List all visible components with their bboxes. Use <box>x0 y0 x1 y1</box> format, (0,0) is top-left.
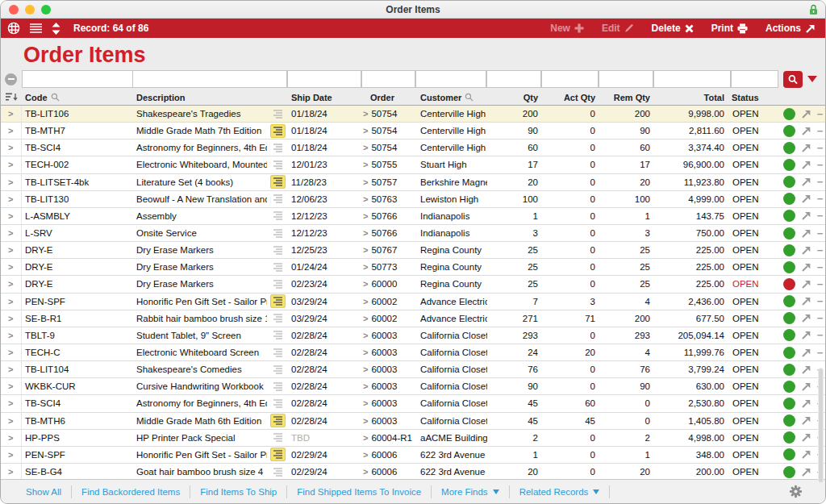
filter-input-qty[interactable] <box>486 70 541 88</box>
row-expand-chevron-icon[interactable]: > <box>8 160 13 169</box>
row-expand-chevron-icon[interactable]: > <box>8 314 13 323</box>
row-expand-chevron-icon[interactable]: > <box>8 126 13 135</box>
filter-input-description[interactable] <box>132 70 287 88</box>
remove-row-icon[interactable]: − <box>817 176 824 188</box>
goto-related-icon[interactable] <box>799 177 813 187</box>
order-link-chevron-icon[interactable]: > <box>363 194 368 204</box>
filter-input-order[interactable] <box>361 70 415 88</box>
order-link-chevron-icon[interactable]: > <box>363 364 368 374</box>
order-link-chevron-icon[interactable]: > <box>363 433 368 443</box>
notes-icon[interactable] <box>270 158 286 172</box>
goto-related-icon[interactable] <box>799 296 813 306</box>
notes-icon[interactable] <box>270 431 286 444</box>
column-header-description[interactable]: Description <box>133 93 267 102</box>
row-expand-chevron-icon[interactable]: > <box>8 348 13 357</box>
table-row[interactable]: > TB-LIT104 Shakespeare's Comedies 02/28… <box>1 361 825 378</box>
goto-related-icon[interactable] <box>799 449 813 460</box>
remove-filter-icon[interactable] <box>5 73 17 85</box>
notes-icon[interactable] <box>270 346 286 360</box>
goto-related-icon[interactable] <box>799 228 813 239</box>
scrollbar-thumb[interactable] <box>818 368 824 483</box>
row-expand-chevron-icon[interactable]: > <box>8 364 13 374</box>
notes-icon[interactable] <box>270 141 286 155</box>
order-link-chevron-icon[interactable]: > <box>363 262 368 272</box>
filter-input-customer[interactable] <box>415 70 486 88</box>
goto-related-icon[interactable] <box>799 109 813 119</box>
column-header-ship-date[interactable]: Ship Date <box>288 93 362 102</box>
notes-icon[interactable] <box>270 448 286 461</box>
row-expand-chevron-icon[interactable]: > <box>8 245 13 255</box>
notes-icon[interactable] <box>270 380 286 394</box>
row-expand-chevron-icon[interactable]: > <box>8 467 13 477</box>
order-link-chevron-icon[interactable]: > <box>363 177 368 187</box>
find-items-to-ship-button[interactable]: Find Items To Ship <box>190 485 287 498</box>
order-link-chevron-icon[interactable]: > <box>363 109 368 119</box>
column-header-act-qty[interactable]: Act Qty <box>542 93 599 102</box>
table-row[interactable]: > TBLT-9 Student Tablet, 9" Screen 02/28… <box>1 327 825 344</box>
table-row[interactable]: > HP-PPS HP Printer Pack Special TBD > 6… <box>1 430 825 447</box>
table-row[interactable]: > L-SRV Onsite Service 12/12/23 > 50766 … <box>1 225 825 242</box>
table-row[interactable]: > PEN-SPF Honorific Pen Gift Set - Sailo… <box>1 294 825 310</box>
row-expand-chevron-icon[interactable]: > <box>8 194 13 204</box>
goto-related-icon[interactable] <box>799 364 813 375</box>
row-expand-chevron-icon[interactable]: > <box>8 262 13 272</box>
goto-related-icon[interactable] <box>799 330 813 340</box>
notes-icon[interactable] <box>270 277 286 291</box>
goto-related-icon[interactable] <box>799 313 813 323</box>
remove-row-icon[interactable]: − <box>817 244 824 256</box>
column-header-order[interactable]: Order <box>362 93 416 102</box>
goto-related-icon[interactable] <box>799 348 813 358</box>
remove-row-icon[interactable]: − <box>817 108 824 120</box>
table-row[interactable]: > TB-MTH6 Middle Grade Math 6th Edition … <box>1 413 825 430</box>
row-expand-chevron-icon[interactable]: > <box>8 279 13 289</box>
goto-related-icon[interactable] <box>799 143 813 153</box>
remove-row-icon[interactable]: − <box>817 261 824 273</box>
column-header-code[interactable]: Code <box>22 93 133 102</box>
table-row[interactable]: > SE-B-R1 Rabbit hair bamboo brush size … <box>1 310 825 327</box>
goto-related-icon[interactable] <box>799 245 813 256</box>
search-button[interactable] <box>783 71 803 88</box>
edit-button[interactable]: Edit <box>602 23 634 34</box>
table-row[interactable]: > TB-MTH7 Middle Grade Math 7th Edition … <box>1 123 825 140</box>
goto-related-icon[interactable] <box>799 467 813 477</box>
remove-row-icon[interactable]: − <box>817 329 824 341</box>
order-link-chevron-icon[interactable]: > <box>363 228 368 238</box>
column-header-qty[interactable]: Qty <box>487 93 542 102</box>
remove-row-icon[interactable]: − <box>817 159 824 171</box>
goto-related-icon[interactable] <box>799 381 813 392</box>
remove-row-icon[interactable]: − <box>817 347 824 359</box>
order-link-chevron-icon[interactable]: > <box>363 398 368 408</box>
sort-icon[interactable] <box>1 93 22 102</box>
table-row[interactable]: > DRY-E Dry Erase Markers 01/24/24 > 507… <box>1 259 825 276</box>
order-link-chevron-icon[interactable]: > <box>363 416 368 426</box>
order-link-chevron-icon[interactable]: > <box>363 160 368 169</box>
table-row[interactable]: > TB-SCI4 Astronomy for Beginners, 4th E… <box>1 395 825 412</box>
goto-related-icon[interactable] <box>799 126 813 136</box>
minimize-window-icon[interactable] <box>25 5 35 15</box>
order-link-chevron-icon[interactable]: > <box>363 126 368 135</box>
table-row[interactable]: > DRY-E Dry Erase Markers 12/25/23 > 507… <box>1 242 825 259</box>
row-expand-chevron-icon[interactable]: > <box>8 297 13 306</box>
notes-icon[interactable] <box>270 244 286 257</box>
filter-input-code[interactable] <box>22 70 133 88</box>
order-link-chevron-icon[interactable]: > <box>363 279 368 289</box>
goto-related-icon[interactable] <box>799 279 813 289</box>
order-link-chevron-icon[interactable]: > <box>363 381 368 391</box>
row-expand-chevron-icon[interactable]: > <box>8 143 13 152</box>
notes-icon[interactable] <box>270 209 286 223</box>
table-row[interactable]: > TB-SCI4 Astronomy for Beginners, 4th E… <box>1 140 825 156</box>
window-icon[interactable] <box>7 22 20 35</box>
remove-row-icon[interactable]: − <box>817 312 824 324</box>
goto-related-icon[interactable] <box>799 210 813 221</box>
notes-icon[interactable] <box>270 414 286 427</box>
remove-row-icon[interactable]: − <box>817 278 824 290</box>
remove-row-icon[interactable]: − <box>817 193 824 205</box>
order-link-chevron-icon[interactable]: > <box>363 331 368 340</box>
remove-row-icon[interactable]: − <box>817 125 824 137</box>
list-view-icon[interactable] <box>30 23 42 33</box>
goto-related-icon[interactable] <box>799 160 813 170</box>
row-expand-chevron-icon[interactable]: > <box>8 416 13 426</box>
order-link-chevron-icon[interactable]: > <box>363 314 368 323</box>
row-expand-chevron-icon[interactable]: > <box>8 433 13 443</box>
notes-icon[interactable] <box>270 328 286 342</box>
